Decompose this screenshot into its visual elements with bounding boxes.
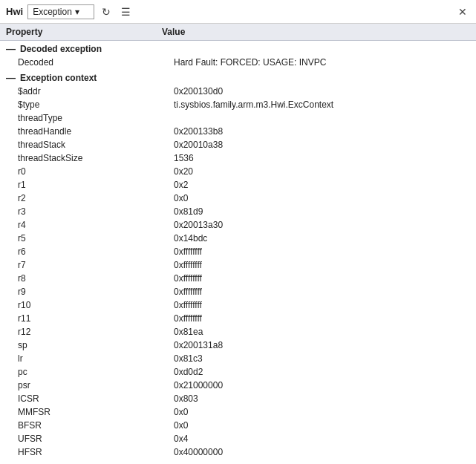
row-addr: $addr 0x200130d0: [0, 85, 476, 99]
section-decoded-exception-label: Decoded exception: [20, 44, 102, 54]
val-psr: 0x21000000: [174, 380, 470, 391]
row-type: $type ti.sysbios.family.arm.m3.Hwi.ExcCo…: [0, 99, 476, 112]
close-button[interactable]: ✕: [455, 4, 470, 19]
val-ufsr: 0x4: [174, 434, 470, 444]
val-r11: 0xffffffff: [174, 313, 470, 324]
val-r2: 0x0: [174, 193, 470, 203]
prop-pc: pc: [18, 367, 174, 377]
section-decoded-exception: — Decoded exception: [0, 41, 476, 56]
prop-r1: r1: [18, 180, 174, 190]
prop-bfsr: BFSR: [18, 420, 174, 431]
row-pc: pc 0xd0d2: [0, 366, 476, 379]
prop-threadstack: threadStack: [18, 140, 174, 150]
row-dfsr: DFSR 0x1: [0, 460, 476, 460]
val-addr: 0x200130d0: [174, 86, 470, 97]
row-ufsr: UFSR 0x4: [0, 433, 476, 446]
close-icon: ✕: [458, 6, 467, 18]
row-r7: r7 0xffffffff: [0, 259, 476, 272]
prop-r3: r3: [18, 206, 174, 217]
val-r9: 0xffffffff: [174, 287, 470, 297]
row-sp: sp 0x200131a8: [0, 339, 476, 353]
prop-r4: r4: [18, 220, 174, 230]
val-threadhandle: 0x200133b8: [174, 126, 470, 137]
row-threadhandle: threadHandle 0x200133b8: [0, 125, 476, 139]
val-r8: 0xffffffff: [174, 273, 470, 284]
row-r9: r9 0xffffffff: [0, 286, 476, 299]
section-exception-context: — Exception context: [0, 70, 476, 85]
row-mmfsr: MMFSR 0x0: [0, 406, 476, 419]
prop-threadstacksize: threadStackSize: [18, 153, 174, 163]
row-r5: r5 0x14bdc: [0, 232, 476, 246]
val-mmfsr: 0x0: [174, 407, 470, 417]
val-bfsr: 0x0: [174, 420, 470, 431]
row-r10: r10 0xffffffff: [0, 299, 476, 313]
section-dash-2: —: [6, 72, 16, 83]
val-r7: 0xffffffff: [174, 260, 470, 270]
refresh-button[interactable]: ↻: [99, 4, 114, 19]
title-bar: Hwi Exception ▾ ↻ ☰ ✕: [0, 0, 476, 24]
prop-r11: r11: [18, 313, 174, 324]
val-threadstacksize: 1536: [174, 153, 470, 163]
val-threadstack: 0x20010a38: [174, 140, 470, 150]
prop-r5: r5: [18, 233, 174, 244]
exception-dropdown[interactable]: Exception ▾: [27, 4, 94, 19]
val-hfsr: 0x40000000: [174, 447, 470, 457]
refresh-icon: ↻: [102, 6, 111, 18]
value-column-header: Value: [162, 27, 470, 37]
val-icsr: 0x803: [174, 393, 470, 404]
row-r12: r12 0x81ea: [0, 326, 476, 339]
row-r2: r2 0x0: [0, 192, 476, 206]
section-dash-1: —: [6, 43, 16, 54]
hwi-label: Hwi: [6, 6, 23, 17]
prop-r2: r2: [18, 193, 174, 203]
val-r10: 0xffffffff: [174, 300, 470, 310]
row-lr: lr 0x81c3: [0, 353, 476, 366]
prop-decoded: Decoded: [18, 57, 174, 68]
val-pc: 0xd0d2: [174, 367, 470, 377]
prop-r0: r0: [18, 166, 174, 177]
val-r0: 0x20: [174, 166, 470, 177]
prop-ufsr: UFSR: [18, 434, 174, 444]
val-r1: 0x2: [174, 180, 470, 190]
property-column-header: Property: [6, 27, 162, 37]
section-exception-context-label: Exception context: [20, 73, 97, 83]
prop-threadhandle: threadHandle: [18, 126, 174, 137]
prop-psr: psr: [18, 380, 174, 391]
prop-mmfsr: MMFSR: [18, 407, 174, 417]
row-r8: r8 0xffffffff: [0, 272, 476, 286]
val-decoded: Hard Fault: FORCED: USAGE: INVPC: [174, 57, 470, 68]
row-r0: r0 0x20: [0, 166, 476, 179]
column-headers: Property Value: [0, 24, 476, 41]
prop-r12: r12: [18, 327, 174, 337]
row-r1: r1 0x2: [0, 179, 476, 192]
exception-label: Exception: [33, 7, 72, 17]
menu-button[interactable]: ☰: [118, 4, 134, 19]
prop-r9: r9: [18, 287, 174, 297]
prop-addr: $addr: [18, 86, 174, 97]
prop-lr: lr: [18, 353, 174, 364]
val-lr: 0x81c3: [174, 353, 470, 364]
prop-sp: sp: [18, 340, 174, 350]
row-threadtype: threadType: [0, 112, 476, 125]
val-type: ti.sysbios.family.arm.m3.Hwi.ExcContext: [174, 99, 470, 110]
row-threadstacksize: threadStackSize 1536: [0, 152, 476, 166]
prop-hfsr: HFSR: [18, 447, 174, 457]
row-r4: r4 0x20013a30: [0, 219, 476, 232]
val-r4: 0x20013a30: [174, 220, 470, 230]
row-icsr: ICSR 0x803: [0, 393, 476, 406]
prop-r10: r10: [18, 300, 174, 310]
row-r3: r3 0x81d9: [0, 206, 476, 219]
content-area: — Decoded exception Decoded Hard Fault: …: [0, 41, 476, 460]
prop-icsr: ICSR: [18, 393, 174, 404]
val-r3: 0x81d9: [174, 206, 470, 217]
prop-r8: r8: [18, 273, 174, 284]
row-hfsr: HFSR 0x40000000: [0, 446, 476, 460]
row-psr: psr 0x21000000: [0, 379, 476, 393]
menu-icon: ☰: [121, 6, 131, 18]
val-r6: 0xffffffff: [174, 246, 470, 257]
row-decoded: Decoded Hard Fault: FORCED: USAGE: INVPC: [0, 56, 476, 70]
row-bfsr: BFSR 0x0: [0, 419, 476, 433]
prop-threadtype: threadType: [18, 113, 174, 123]
val-r5: 0x14bdc: [174, 233, 470, 244]
row-threadstack: threadStack 0x20010a38: [0, 139, 476, 152]
